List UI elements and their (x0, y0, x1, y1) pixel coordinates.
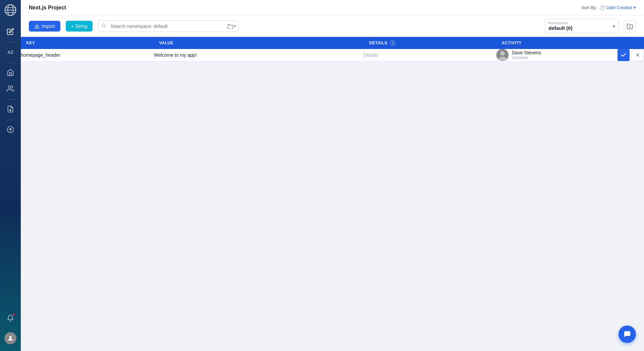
activity-cell: Dave Stevens Unsaved (496, 49, 617, 61)
col-activity: ACTIVITY (496, 37, 617, 49)
table-header: KEY VALUE DETAILS i ACTIVITY (21, 37, 644, 49)
add-string-label: + String (71, 23, 88, 29)
folder-chevron: ▾ (234, 24, 236, 28)
activity-info: Dave Stevens Unsaved (512, 50, 541, 60)
check-icon (621, 52, 627, 58)
svg-point-5 (8, 86, 11, 88)
details-text: Details (364, 52, 378, 58)
toolbar: Import + String ▾ Namespace default ( (21, 15, 644, 37)
actions-cell (617, 49, 644, 61)
col-value: VALUE (154, 37, 364, 49)
sort-chevron-icon: ▾ (634, 5, 636, 10)
sidebar-item-export[interactable] (3, 102, 18, 116)
sort-by-dropdown[interactable]: 🕐 Date Created ▾ (600, 5, 636, 10)
value-cell[interactable]: Welcome to my app! (154, 49, 364, 61)
sidebar-item-home[interactable] (3, 65, 18, 80)
search-bar: ▾ (98, 20, 239, 32)
sidebar-divider-1 (5, 42, 15, 43)
sort-by-label: Sort By: (581, 5, 597, 10)
import-button[interactable]: Import (29, 21, 60, 32)
folder-filter-button[interactable]: ▾ (227, 23, 236, 29)
details-cell: Details (364, 49, 496, 61)
sidebar-item-team[interactable] (3, 81, 18, 96)
svg-point-16 (500, 51, 505, 56)
confirm-button[interactable] (618, 49, 630, 61)
sidebar-bottom (3, 311, 18, 347)
sidebar-divider-2 (5, 63, 15, 63)
search-icon (101, 23, 106, 29)
sort-by-value-text: Date Created (606, 5, 632, 10)
svg-point-11 (102, 23, 105, 27)
search-input[interactable] (98, 20, 239, 32)
page-title: Next.js Project (29, 5, 66, 11)
page-header: Next.js Project Sort By: 🕐 Date Created … (21, 0, 644, 15)
namespace-folder-button[interactable] (624, 20, 636, 32)
sort-area: Sort By: 🕐 Date Created ▾ (581, 5, 636, 10)
activity-status: Unsaved (512, 55, 541, 60)
details-info-icon: i (390, 40, 395, 46)
table-body: homepage_header Welcome to my app! Detai… (21, 49, 644, 61)
translation-value: Welcome to my app! (154, 52, 197, 58)
translations-table: KEY VALUE DETAILS i ACTIVITY (21, 37, 644, 61)
user-avatar (4, 332, 16, 344)
add-string-button[interactable]: + String (66, 21, 93, 32)
sidebar-item-upload[interactable] (3, 122, 18, 137)
cancel-row-button[interactable] (632, 49, 644, 61)
col-details: DETAILS i (364, 37, 496, 49)
sidebar-item-bell[interactable] (3, 311, 18, 325)
sidebar-divider-4 (5, 120, 15, 120)
chat-icon (623, 330, 631, 338)
table-container: KEY VALUE DETAILS i ACTIVITY (21, 37, 644, 351)
svg-point-9 (9, 336, 12, 338)
notification-badge (12, 313, 16, 316)
activity-user-name: Dave Stevens (512, 50, 541, 55)
main-content: Next.js Project Sort By: 🕐 Date Created … (21, 0, 644, 351)
activity-content: Dave Stevens Unsaved (496, 49, 617, 61)
sidebar-item-translate[interactable]: AZ (3, 45, 18, 59)
sidebar-avatar[interactable] (3, 331, 18, 346)
svg-line-12 (105, 27, 106, 28)
sidebar-item-edit[interactable] (3, 24, 18, 39)
sidebar: AZ (0, 0, 21, 351)
close-icon (635, 52, 640, 58)
table-row: homepage_header Welcome to my app! Detai… (21, 49, 644, 61)
logo[interactable] (4, 4, 16, 17)
key-cell: homepage_header (21, 49, 154, 61)
chat-button[interactable] (619, 325, 636, 343)
namespace-dropdown[interactable]: default (0) (545, 19, 619, 33)
sidebar-divider-3 (5, 99, 15, 100)
sort-clock-icon: 🕐 (600, 5, 605, 10)
import-label: Import (42, 23, 55, 29)
key-value: homepage_header (21, 52, 60, 58)
col-actions (617, 37, 644, 49)
import-icon (34, 23, 40, 29)
activity-avatar (496, 49, 508, 61)
namespace-selector[interactable]: Namespace default (0) ▾ (545, 19, 619, 33)
col-key: KEY (21, 37, 154, 49)
